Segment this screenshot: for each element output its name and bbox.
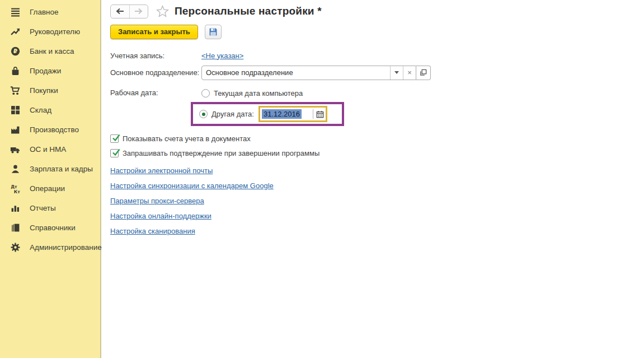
sidebar-item-label: Производство bbox=[30, 125, 79, 134]
radio-other-date[interactable]: Другая дата: bbox=[199, 110, 254, 118]
account-label: Учетная запись: bbox=[110, 52, 201, 60]
close-icon: × bbox=[407, 69, 412, 76]
open-form-icon bbox=[420, 69, 427, 76]
books-icon bbox=[10, 222, 21, 234]
sidebar-item-reports[interactable]: Отчеты bbox=[0, 198, 100, 218]
sidebar: Главное Руководителю ₽ Банк и касса Прод… bbox=[0, 0, 101, 358]
department-dropdown-button[interactable] bbox=[390, 66, 403, 80]
sidebar-item-administration[interactable]: Администрирование bbox=[0, 238, 100, 257]
sidebar-item-label: Администрирование bbox=[30, 243, 102, 252]
sidebar-item-label: Операции bbox=[30, 184, 65, 193]
sidebar-item-purchases[interactable]: Покупки bbox=[0, 81, 100, 100]
sidebar-item-label: Главное bbox=[30, 8, 59, 16]
history-nav-group bbox=[110, 4, 148, 18]
sidebar-item-label: Справочники bbox=[30, 224, 76, 232]
page-title: Персональные настройки * bbox=[175, 5, 322, 17]
truck-icon bbox=[10, 144, 21, 155]
radio-current-date-label: Текущая дата компьютера bbox=[214, 89, 303, 97]
link-proxy-settings[interactable]: Параметры прокси-сервера bbox=[110, 197, 204, 212]
forward-button[interactable] bbox=[130, 5, 148, 18]
sidebar-item-bank-cash[interactable]: ₽ Банк и касса bbox=[0, 41, 100, 61]
sidebar-item-label: Руководителю bbox=[30, 27, 80, 36]
account-value-link[interactable]: <Не указан> bbox=[201, 52, 243, 60]
floppy-icon bbox=[209, 27, 218, 36]
sidebar-item-label: ОС и НМА bbox=[30, 145, 66, 154]
radio-current-date[interactable]: Текущая дата компьютера bbox=[201, 86, 344, 100]
main-content: Персональные настройки * Записать и закр… bbox=[102, 0, 644, 358]
sidebar-item-label: Продажи bbox=[30, 67, 61, 75]
sidebar-item-warehouse[interactable]: Склад bbox=[0, 100, 100, 120]
sidebar-item-label: Банк и касса bbox=[30, 47, 74, 55]
back-button[interactable] bbox=[111, 5, 130, 18]
field-divider bbox=[313, 109, 313, 119]
svg-text:Дт: Дт bbox=[11, 184, 17, 189]
sidebar-item-label: Отчеты bbox=[30, 204, 56, 212]
calendar-icon bbox=[316, 110, 324, 118]
checkbox-confirm-exit[interactable]: Запрашивать подтверждение при завершении… bbox=[110, 146, 644, 160]
menu-icon bbox=[10, 7, 21, 18]
working-date-row: Рабочая дата: Текущая дата компьютера Др… bbox=[110, 86, 644, 126]
chevron-down-icon bbox=[394, 71, 399, 74]
checkbox-checked-icon bbox=[110, 134, 119, 143]
link-google-calendar-sync[interactable]: Настройка синхронизации с календарем Goo… bbox=[110, 182, 274, 197]
sidebar-item-fixed-assets[interactable]: ОС и НМА bbox=[0, 140, 100, 159]
settings-links: Настройки электронной почты Настройка си… bbox=[110, 166, 644, 242]
factory-icon bbox=[10, 124, 21, 136]
link-online-support-settings[interactable]: Настройка онлайн-поддержки bbox=[110, 212, 211, 227]
account-row: Учетная запись: <Не указан> bbox=[110, 47, 644, 64]
star-icon bbox=[156, 5, 169, 17]
save-button[interactable] bbox=[205, 25, 222, 39]
department-field: Основное подразделение × bbox=[201, 66, 416, 80]
back-arrow-icon bbox=[116, 8, 124, 15]
gear-icon bbox=[10, 242, 21, 253]
save-and-close-button[interactable]: Записать и закрыть bbox=[110, 25, 198, 39]
sidebar-item-production[interactable]: Производство bbox=[0, 120, 100, 140]
bar-chart-icon bbox=[10, 203, 21, 214]
sidebar-item-manager[interactable]: Руководителю bbox=[0, 22, 100, 41]
sidebar-item-label: Покупки bbox=[30, 86, 58, 95]
settings-form: Учетная запись: <Не указан> Основное под… bbox=[110, 47, 644, 242]
radio-selected-icon bbox=[199, 110, 208, 118]
department-label: Основное подразделение: bbox=[110, 68, 201, 77]
svg-text:Кт: Кт bbox=[14, 189, 20, 193]
sidebar-item-payroll-hr[interactable]: Зарплата и кадры bbox=[0, 159, 100, 179]
radio-other-date-label: Другая дата: bbox=[211, 110, 254, 118]
ruble-circle-icon: ₽ bbox=[10, 46, 21, 57]
forward-arrow-icon bbox=[134, 8, 143, 15]
department-clear-button[interactable]: × bbox=[403, 66, 416, 80]
person-icon bbox=[10, 164, 21, 175]
link-scanning-settings[interactable]: Настройка сканирования bbox=[110, 227, 195, 242]
sidebar-item-directories[interactable]: Справочники bbox=[0, 218, 100, 238]
cart-icon bbox=[10, 85, 21, 96]
grid-icon bbox=[10, 105, 21, 116]
trend-icon bbox=[10, 26, 21, 38]
radio-icon bbox=[201, 89, 210, 97]
svg-text:₽: ₽ bbox=[13, 48, 17, 55]
sidebar-item-sales[interactable]: Продажи bbox=[0, 61, 100, 81]
working-date-value: 31.12.2016 bbox=[262, 109, 302, 119]
department-open-button[interactable] bbox=[416, 66, 431, 80]
sidebar-item-operations[interactable]: ДтКт Операции bbox=[0, 179, 100, 198]
sidebar-item-label: Склад bbox=[30, 106, 51, 114]
checkbox-show-accounts[interactable]: Показывать счета учета в документах bbox=[110, 131, 644, 146]
bag-icon bbox=[10, 66, 21, 77]
calendar-picker-button[interactable] bbox=[316, 110, 324, 118]
checkbox-confirm-exit-label: Запрашивать подтверждение при завершении… bbox=[123, 149, 319, 157]
checkbox-checked-icon bbox=[110, 149, 119, 157]
working-date-field[interactable]: 31.12.2016 bbox=[258, 106, 327, 122]
working-date-label: Рабочая дата: bbox=[110, 86, 201, 97]
department-row: Основное подразделение: Основное подразд… bbox=[110, 64, 644, 81]
sidebar-item-label: Зарплата и кадры bbox=[30, 165, 93, 173]
checkbox-show-accounts-label: Показывать счета учета в документах bbox=[123, 134, 251, 143]
title-bar: Персональные настройки * bbox=[110, 3, 644, 19]
favorite-star-button[interactable] bbox=[156, 5, 169, 17]
sidebar-item-main[interactable]: Главное bbox=[0, 2, 100, 22]
department-input[interactable]: Основное подразделение bbox=[202, 66, 390, 80]
department-input-group: Основное подразделение × bbox=[201, 66, 431, 80]
working-date-options: Текущая дата компьютера Другая дата: 31.… bbox=[201, 86, 344, 126]
link-email-settings[interactable]: Настройки электронной почты bbox=[110, 166, 213, 182]
command-bar: Записать и закрыть bbox=[110, 24, 644, 39]
annotation-highlight-box: Другая дата: 31.12.2016 bbox=[191, 102, 344, 126]
dt-kt-icon: ДтКт bbox=[10, 183, 21, 194]
